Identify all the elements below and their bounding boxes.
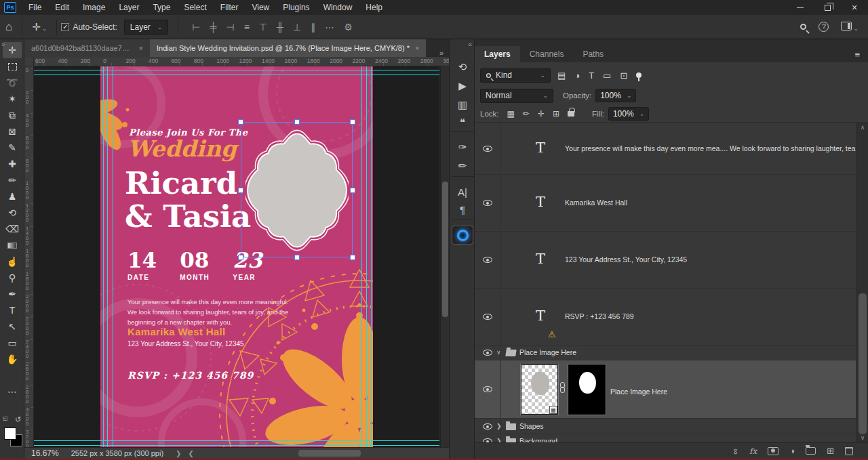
expand-panels-icon[interactable]: « [468,41,471,48]
default-colors-icon[interactable]: ◱ [3,415,8,421]
menu-item-help[interactable]: Help [359,0,389,15]
add-layer-mask-icon[interactable] [768,447,778,455]
brushes-panel-icon[interactable]: ✏ [452,157,473,175]
filter-toggle-pin-icon[interactable] [636,72,642,78]
auto-select-mode-dropdown[interactable]: Layer⌄ [124,20,169,35]
lasso-tool[interactable]: ➰ [3,75,22,91]
layers-scrollbar-thumb[interactable] [859,293,867,434]
status-next-icon[interactable]: ❯ [176,450,181,457]
more-options-icon[interactable]: ⋯ [325,22,334,33]
actions-panel-icon[interactable]: ▶ [452,77,473,95]
marquee-tool[interactable] [3,58,22,75]
group-collapse-icon[interactable]: ∨ [496,349,501,356]
blend-mode-dropdown[interactable]: Normal⌄ [480,89,553,103]
edit-toolbar-icon[interactable]: ⋯ [3,383,22,400]
vertical-scrollbar-thumb[interactable] [442,182,448,317]
rectangle-tool[interactable]: ▭ [3,335,22,351]
filter-kind-dropdown[interactable]: Kind ⌄ [480,68,551,83]
document-tab-active[interactable]: Indian Style Wedding Invitation.psd @ 16… [150,39,426,57]
plugin-panel-icon[interactable] [452,226,473,244]
lock-artboard-icon[interactable]: ⊞ [553,109,559,119]
swap-colors-icon[interactable]: ↺ [15,415,21,424]
pen-tool[interactable]: ✒ [3,286,22,302]
scroll-down-icon[interactable]: ∨ [857,434,868,441]
move-tool[interactable]: ✛ [3,42,22,58]
layer-row-text[interactable]: TKamarika West Hall [475,175,856,232]
transform-handle-se[interactable] [350,255,355,260]
transform-handle-w[interactable] [238,188,243,193]
filter-shape-layers-icon[interactable]: ▭ [603,70,611,81]
history-brush-tool[interactable]: ⟲ [3,205,22,221]
guide-vertical[interactable] [103,66,104,447]
align-left-edges-icon[interactable]: ⊢ [192,22,200,33]
tab-close-icon[interactable]: × [139,44,143,52]
tab-close-icon[interactable]: × [415,44,419,52]
document-canvas[interactable]: Please Join Us For The Wedding Ricard & … [100,66,373,447]
menu-item-view[interactable]: View [245,0,276,15]
vertical-ruler[interactable]: 02 0 04 0 06 0 08 0 01 0 0 01 2 0 01 4 0… [24,66,34,447]
transform-handle-s[interactable] [294,255,300,260]
distribute-horizontal-icon[interactable]: ╫ [277,22,283,33]
scroll-up-icon[interactable]: ∧ [857,124,868,131]
home-icon[interactable]: ⌂ [0,20,18,34]
guide-vertical[interactable] [366,66,367,447]
link-layers-icon[interactable]: ∞ [733,446,738,456]
layer-row-group[interactable]: ❯Background [475,434,856,442]
layer-visibility-eye-icon[interactable] [483,200,492,206]
help-icon[interactable]: ? [818,22,829,32]
history-panel-icon[interactable]: ⟲ [452,58,473,76]
tab-overflow-icon[interactable]: » [434,49,449,57]
guide-horizontal[interactable] [34,445,439,446]
new-group-icon[interactable] [806,447,816,455]
character-panel-icon[interactable]: A| [452,183,473,201]
path-selection-tool[interactable]: ↖ [3,318,22,335]
transform-handle-ne[interactable] [350,119,355,125]
guide-vertical[interactable] [361,66,362,447]
horizontal-ruler[interactable]: 6004002000200400600800100012001400160018… [34,57,449,66]
opacity-field[interactable]: 100%⌄ [595,89,636,102]
filter-type-layers-icon[interactable]: T [589,70,594,81]
gear-icon[interactable]: ⚙ [344,22,353,33]
menu-item-layer[interactable]: Layer [112,0,146,15]
layer-visibility-eye-icon[interactable] [483,350,492,356]
crop-tool[interactable]: ⧉ [3,107,22,123]
transform-handle-e[interactable] [350,188,355,193]
smudge-tool[interactable]: ☝ [3,253,22,270]
layers-scrollbar[interactable]: ∧ ∨ [856,123,868,442]
layer-visibility-eye-icon[interactable] [483,314,492,320]
layer-thumbnail[interactable]: ▦ [521,364,558,415]
menu-item-image[interactable]: Image [76,0,112,15]
place-image-selection-box[interactable] [241,122,353,257]
guide-horizontal[interactable] [34,70,439,70]
layer-visibility-eye-icon[interactable] [483,257,492,263]
zoom-level[interactable]: 16.67% [31,448,59,458]
menu-item-file[interactable]: File [22,0,48,15]
comments-panel-icon[interactable]: ❝ [452,114,473,131]
layer-visibility-eye-icon[interactable] [483,146,492,152]
align-right-edges-icon[interactable]: ⊣ [226,22,234,33]
guide-horizontal[interactable] [34,75,439,75]
align-top-edges-icon[interactable]: ⊤ [259,22,267,33]
adjustment-layer-icon[interactable]: ◑ [789,446,795,456]
group-expand-icon[interactable]: ❯ [496,423,502,430]
layer-row-text[interactable]: T123 Your Address St., Your City, 12345 [475,232,856,289]
paragraph-panel-icon[interactable]: ¶ [452,201,473,218]
distribute-vertical-icon[interactable]: ∥ [311,22,315,33]
menu-item-select[interactable]: Select [177,0,213,15]
layer-row-group-open[interactable]: ∨Place Image Here [475,346,856,360]
transform-handle-sw[interactable] [238,255,243,260]
group-expand-icon[interactable]: ❯ [496,438,502,442]
auto-select-checkbox[interactable]: ✓ [61,23,69,31]
ruler-origin-box[interactable] [24,57,34,66]
lock-transparency-icon[interactable]: ▦ [507,109,515,119]
menu-item-edit[interactable]: Edit [48,0,76,15]
eyedropper-tool[interactable]: ✎ [3,140,22,156]
transform-handle-n[interactable] [294,119,300,125]
layer-row-group[interactable]: ❯Shapes [475,419,856,434]
guide-vertical[interactable] [371,66,372,447]
hand-tool[interactable]: ✋ [3,351,22,367]
lock-position-icon[interactable]: ✛ [538,109,545,119]
filter-smart-objects-icon[interactable]: ⊡ [620,70,627,81]
filter-pixel-layers-icon[interactable]: ▤ [557,70,566,81]
guide-horizontal[interactable] [34,440,439,441]
